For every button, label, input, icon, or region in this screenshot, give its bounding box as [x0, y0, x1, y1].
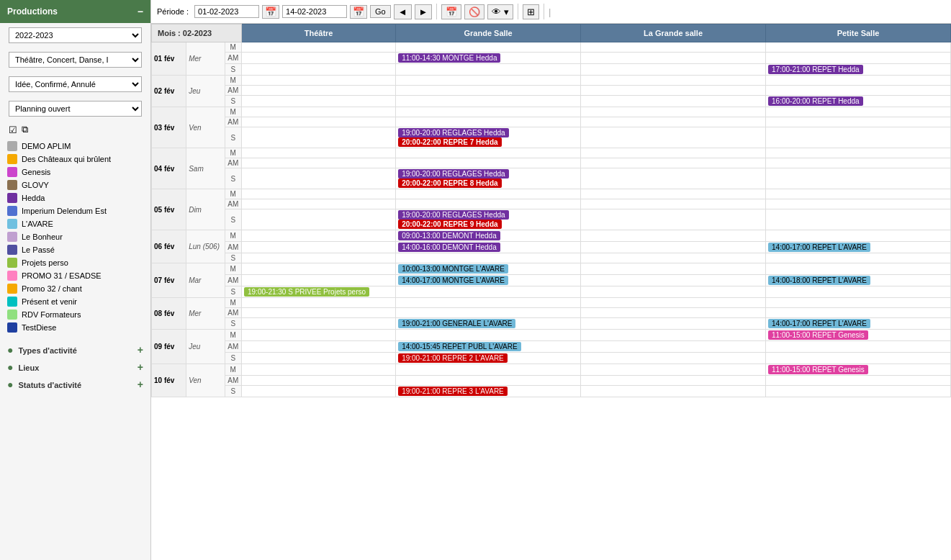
production-item[interactable]: TestDiese [0, 321, 150, 334]
event-cell [581, 96, 766, 107]
table-row: AM [152, 117, 951, 127]
sidebar-section-lieux: ● Lieux+ [0, 357, 150, 374]
event-bar[interactable]: 11:00-15:00 REPET Genesis [768, 365, 868, 374]
production-item[interactable]: PROMO 31 / ESADSE [0, 269, 150, 282]
no-filter-button[interactable]: 🚫 [464, 4, 484, 19]
table-row: S19:00-20:00 REGLAGES Hedda20:00-22:00 R… [152, 127, 951, 148]
event-cell [242, 127, 396, 148]
event-bar[interactable]: 14:00-16:00 DEMONT Hedda [398, 243, 500, 252]
grid-button[interactable]: ⊞ [523, 4, 539, 19]
event-cell [242, 330, 396, 341]
event-bar-second[interactable]: 20:00-22:00 REPRE 9 Hedda [398, 220, 501, 229]
prod-name: Le Passé [22, 245, 55, 254]
event-cell: 09:00-13:00 DEMONT Hedda [396, 230, 581, 242]
calendar-icon-from[interactable]: 📅 [262, 5, 279, 19]
event-bar[interactable]: 11:00-14:30 MONTGE Hedda [398, 53, 500, 63]
event-bar[interactable]: 11:00-15:00 REPET Genesis [768, 330, 868, 340]
production-item[interactable]: Imperium Delendum Est [0, 204, 150, 217]
month-header: Mois : 02-2023 [152, 24, 242, 42]
date-cell: 05 fév [152, 189, 186, 230]
nav-next-button[interactable]: ► [415, 4, 433, 19]
table-row: S19:00-20:00 REGLAGES Hedda20:00-22:00 R… [152, 168, 951, 189]
event-bar[interactable]: 19:00-21:00 GENERALE L'AVARE [398, 319, 515, 328]
event-bar[interactable]: 14:00-15:45 REPET PUBL L'AVARE [398, 342, 521, 351]
event-cell [396, 86, 581, 96]
event-bar[interactable]: 09:00-13:00 DEMONT Hedda [398, 231, 500, 240]
date-from-input[interactable] [194, 5, 259, 18]
date-cell: 02 fév [152, 76, 186, 107]
calendar-icon-to[interactable]: 📅 [350, 5, 367, 19]
event-bar[interactable]: 14:00-18:00 REPET L'AVARE [768, 276, 870, 285]
sidebar-minus-icon[interactable]: − [138, 6, 143, 17]
event-bar[interactable]: 14:00-17:00 REPET L'AVARE [768, 319, 870, 328]
production-item[interactable]: Projets perso [0, 256, 150, 269]
production-item[interactable]: L'AVARE [0, 217, 150, 230]
section-dot: ● [7, 361, 13, 373]
day-cell: Mar [186, 263, 225, 298]
event-bar-second[interactable]: 20:00-22:00 REPRE 7 Hedda [398, 137, 501, 147]
event-bar[interactable]: 19:00-20:00 REGLAGES Hedda [398, 210, 508, 220]
col-grande-salle: Grande Salle [396, 24, 581, 42]
checkbox-icon[interactable]: ☑ [9, 125, 17, 135]
event-cell [766, 386, 951, 397]
production-item[interactable]: Des Châteaux qui brûlent [0, 153, 150, 166]
table-row: AM14:00-15:45 REPET PUBL L'AVARE [152, 341, 951, 353]
date-to-input[interactable] [282, 5, 347, 18]
event-bar[interactable]: 19:00-20:00 REGLAGES Hedda [398, 169, 508, 179]
event-bar[interactable]: 19:00-21:30 S PRIVEE Projets perso [244, 287, 369, 297]
prod-name: GLOVY [22, 181, 49, 189]
event-cell [766, 199, 951, 209]
event-bar[interactable]: 10:00-13:00 MONTGE L'AVARE [398, 264, 508, 274]
planning-select[interactable]: Planning ouvert [9, 101, 142, 117]
event-cell [766, 107, 951, 117]
event-bar[interactable]: 19:00-21:00 REPRE 3 L'AVARE [398, 387, 508, 396]
production-item[interactable]: Présent et venir [0, 295, 150, 308]
table-row: AM [152, 376, 951, 386]
production-item[interactable]: Le Bonheur [0, 230, 150, 243]
event-cell [242, 117, 396, 127]
type-select[interactable]: Théâtre, Concert, Danse, I [9, 52, 142, 68]
event-cell [766, 298, 951, 308]
event-cell [766, 42, 951, 53]
production-item[interactable]: Promo 32 / chant [0, 282, 150, 295]
year-select[interactable]: 2022-2023 [9, 27, 142, 43]
event-bar[interactable]: 19:00-20:00 REGLAGES Hedda [398, 128, 508, 137]
sidebar-sections: ● Types d'activité+● Lieux+● Statuts d'a… [0, 340, 150, 392]
calendar-view-button[interactable]: 📅 [441, 4, 461, 19]
section-plus[interactable]: + [138, 361, 143, 373]
event-cell [396, 64, 581, 76]
prod-color-box [7, 180, 17, 190]
prod-name: Hedda [22, 194, 45, 202]
prod-color-box [7, 284, 17, 294]
production-item[interactable]: Le Passé [0, 243, 150, 256]
event-bar[interactable]: 19:00-21:00 REPRE 2 L'AVARE [398, 353, 508, 363]
event-bar[interactable]: 14:00-17:00 REPET L'AVARE [768, 243, 870, 252]
day-cell: Mer [186, 298, 225, 330]
prod-color-box [7, 322, 17, 333]
event-bar[interactable]: 17:00-21:00 REPET Hedda [768, 65, 863, 74]
section-plus[interactable]: + [138, 344, 143, 356]
event-cell: 19:00-21:00 REPRE 2 L'AVARE [396, 353, 581, 364]
section-plus[interactable]: + [138, 379, 143, 390]
nav-prev-button[interactable]: ◄ [394, 4, 412, 19]
event-bar[interactable]: 16:00-20:00 REPET Hedda [768, 96, 863, 106]
table-row: 09 févJeuM11:00-15:00 REPET Genesis [152, 330, 951, 341]
eye-button[interactable]: 👁 ▾ [487, 4, 513, 19]
event-cell [581, 209, 766, 230]
production-item[interactable]: RDV Formateurs [0, 308, 150, 321]
production-item[interactable]: Genesis [0, 166, 150, 179]
production-item[interactable]: Hedda [0, 191, 150, 204]
prod-color-box [7, 154, 17, 164]
copy-icon[interactable]: ⧉ [22, 124, 28, 135]
event-bar-second[interactable]: 20:00-22:00 REPRE 8 Hedda [398, 179, 501, 188]
production-item[interactable]: GLOVY [0, 179, 150, 191]
go-button[interactable]: Go [370, 5, 391, 18]
sidebar-action-icons: ☑ ⧉ [0, 121, 150, 138]
event-bar[interactable]: 14:00-17:00 MONTGE L'AVARE [398, 276, 508, 285]
event-cell [242, 76, 396, 86]
period-cell: S [225, 127, 242, 148]
event-cell [766, 209, 951, 230]
status-select[interactable]: Idée, Confirmé, Annulé [9, 76, 142, 92]
production-item[interactable]: DEMO APLIM [0, 140, 150, 153]
date-cell: 04 fév [152, 148, 186, 189]
